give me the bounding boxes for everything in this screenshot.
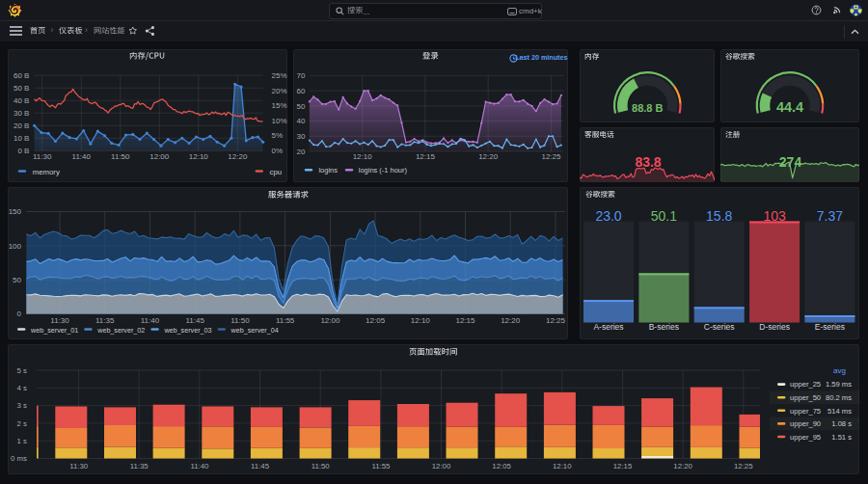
svg-text:upper_95: upper_95 [790,433,821,442]
svg-text:1 s: 1 s [17,437,28,445]
svg-text:100: 100 [9,241,22,250]
svg-text:12:10: 12:10 [411,316,431,325]
svg-text:50: 50 [297,102,306,111]
svg-text:12:20: 12:20 [228,152,248,161]
svg-text:0: 0 [17,309,22,318]
svg-text:upper_50: upper_50 [790,393,821,402]
svg-text:11:50: 11:50 [312,462,331,471]
svg-text:11:40: 11:40 [190,462,209,471]
svg-text:83.8: 83.8 [635,154,661,170]
svg-text:upper_90: upper_90 [790,419,821,428]
svg-text:12:00: 12:00 [320,316,340,325]
svg-text:514 ms: 514 ms [827,407,852,416]
svg-text:logins: logins [318,166,338,175]
svg-text:12:05: 12:05 [492,462,511,471]
svg-text:30 B: 30 B [14,109,29,118]
svg-text:11:30: 11:30 [50,316,69,325]
svg-text:60 B: 60 B [14,71,29,80]
svg-text:4 s: 4 s [17,384,28,392]
svg-text:88.8 B: 88.8 B [632,102,663,114]
svg-text:12:15: 12:15 [455,316,475,325]
svg-text:11:55: 11:55 [371,462,391,471]
svg-text:20: 20 [297,148,306,156]
svg-text:10 B: 10 B [14,134,29,143]
svg-text:11:45: 11:45 [185,316,204,325]
svg-text:80.2 ms: 80.2 ms [826,393,852,402]
svg-text:5 s: 5 s [17,366,28,375]
svg-text:1.51 s: 1.51 s [831,433,852,442]
svg-text:2 s: 2 s [17,419,28,428]
svg-text:7.37: 7.37 [817,207,843,223]
svg-text:15.8: 15.8 [706,207,732,223]
svg-text:40 B: 40 B [14,96,29,105]
svg-text:12:15: 12:15 [613,462,633,471]
svg-text:C-series: C-series [704,321,735,331]
svg-text:50.1: 50.1 [651,207,677,223]
svg-text:web_server_01: web_server_01 [30,325,78,334]
svg-text:12:15: 12:15 [416,152,436,161]
svg-text:web_server_03: web_server_03 [163,325,211,334]
svg-text:12:00: 12:00 [149,152,170,161]
svg-text:20 B: 20 B [14,121,29,130]
svg-text:12:05: 12:05 [366,316,386,325]
svg-text:memory: memory [33,168,60,176]
svg-text:12:00: 12:00 [432,462,451,471]
svg-text:web_server_02: web_server_02 [96,325,145,334]
svg-text:11:35: 11:35 [95,316,115,325]
svg-text:12:20: 12:20 [501,316,521,325]
svg-text:40: 40 [297,117,306,125]
svg-text:D-series: D-series [759,321,790,331]
svg-text:50 B: 50 B [14,84,29,93]
svg-text:0 ms: 0 ms [11,454,27,463]
svg-text:12:10: 12:10 [189,152,209,161]
svg-text:12:10: 12:10 [553,462,572,471]
svg-text:avg: avg [833,366,846,375]
svg-text:0 B: 0 B [17,147,29,155]
svg-text:70: 70 [297,71,306,80]
svg-text:12:25: 12:25 [734,462,753,471]
svg-text:50: 50 [13,276,21,284]
svg-text:12:25: 12:25 [541,152,561,161]
svg-text:150: 150 [9,207,22,216]
svg-text:12:20: 12:20 [673,462,692,471]
svg-text:10%: 10% [272,117,287,125]
svg-text:11:50: 11:50 [111,152,130,161]
svg-text:60: 60 [297,87,306,95]
svg-text:11:55: 11:55 [276,316,295,325]
svg-text:15%: 15% [272,101,287,110]
svg-text:11:40: 11:40 [141,316,160,325]
svg-text:upper_25: upper_25 [790,380,821,389]
svg-text:0%: 0% [272,147,284,155]
svg-text:103: 103 [763,207,786,223]
svg-text:web_server_04: web_server_04 [231,325,279,334]
svg-text:logins (-1 hour): logins (-1 hour) [359,166,408,175]
svg-text:B-series: B-series [649,321,679,331]
svg-text:3 s: 3 s [17,401,28,410]
svg-text:1.59 ms: 1.59 ms [826,380,852,389]
svg-text:11:50: 11:50 [231,316,250,325]
svg-text:5%: 5% [272,131,284,140]
svg-text:cpu: cpu [270,168,283,176]
svg-text:11:40: 11:40 [72,152,92,161]
svg-text:23.0: 23.0 [595,207,621,223]
svg-text:44.4: 44.4 [776,99,803,115]
svg-text:1.08 s: 1.08 s [831,419,852,428]
svg-text:25%: 25% [272,71,287,80]
svg-text:E-series: E-series [815,321,845,331]
svg-text:11:30: 11:30 [33,152,52,161]
svg-text:11:30: 11:30 [69,462,89,471]
svg-text:274: 274 [779,154,802,170]
svg-text:30: 30 [297,132,306,141]
svg-text:12:25: 12:25 [546,316,566,325]
svg-text:20%: 20% [272,87,287,95]
svg-text:A-series: A-series [593,321,623,331]
svg-text:11:45: 11:45 [251,462,270,471]
svg-text:12:20: 12:20 [478,152,499,161]
svg-text:upper_75: upper_75 [790,407,821,416]
svg-text:12:10: 12:10 [353,152,373,161]
svg-text:11:35: 11:35 [130,462,149,471]
